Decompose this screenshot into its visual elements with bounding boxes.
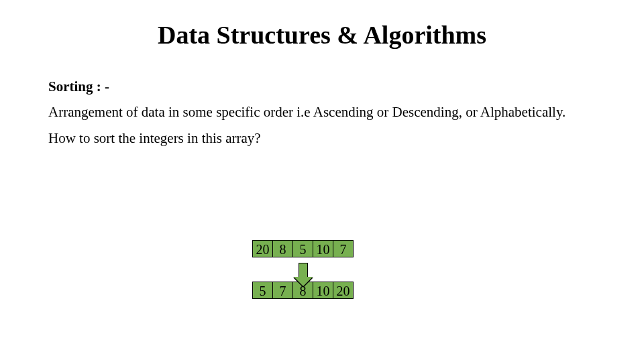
array-cell: 5 bbox=[252, 282, 273, 299]
slide-title: Data Structures & Algorithms bbox=[0, 0, 644, 59]
section-heading: Sorting : - bbox=[48, 78, 596, 95]
question-text: How to sort the integers in this array? bbox=[48, 129, 596, 147]
array-cell: 5 bbox=[292, 240, 313, 257]
arrow-down-icon bbox=[299, 263, 308, 277]
arrow-container bbox=[252, 257, 354, 282]
slide: Data Structures & Algorithms Sorting : -… bbox=[0, 0, 644, 362]
slide-body: Sorting : - Arrangement of data in some … bbox=[0, 59, 644, 147]
array-cell: 7 bbox=[333, 240, 354, 257]
array-cell: 20 bbox=[333, 282, 354, 299]
array-diagram: 20 8 5 10 7 5 7 8 10 20 bbox=[252, 240, 354, 299]
array-cell: 20 bbox=[252, 240, 273, 257]
array-cell: 8 bbox=[272, 240, 293, 257]
definition-text: Arrangement of data in some specific ord… bbox=[48, 103, 596, 121]
unsorted-array: 20 8 5 10 7 bbox=[252, 240, 354, 257]
array-cell: 10 bbox=[313, 240, 333, 257]
array-cell: 10 bbox=[313, 282, 333, 299]
array-cell: 7 bbox=[272, 282, 293, 299]
